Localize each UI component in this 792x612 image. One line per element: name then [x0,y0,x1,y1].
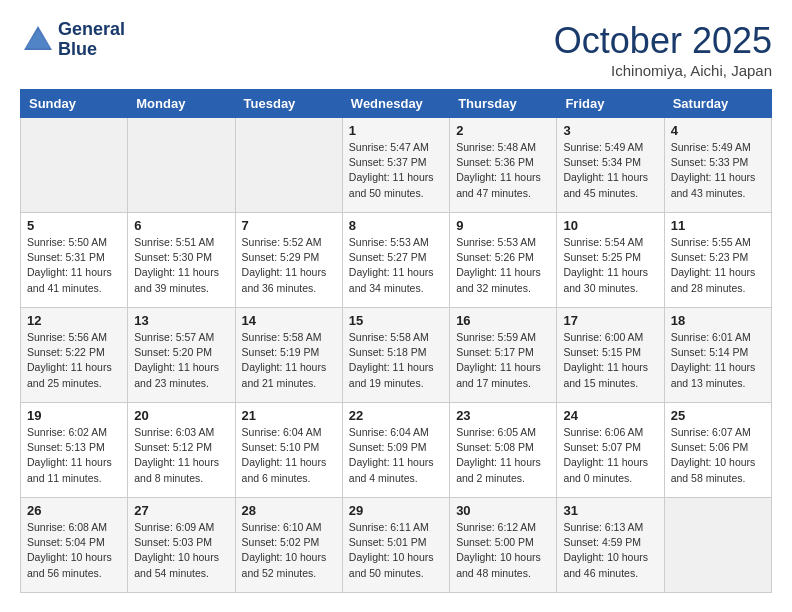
weekday-header: Thursday [450,90,557,118]
calendar-cell: 17Sunrise: 6:00 AM Sunset: 5:15 PM Dayli… [557,308,664,403]
calendar-week-row: 19Sunrise: 6:02 AM Sunset: 5:13 PM Dayli… [21,403,772,498]
calendar-cell: 2Sunrise: 5:48 AM Sunset: 5:36 PM Daylig… [450,118,557,213]
calendar-cell: 7Sunrise: 5:52 AM Sunset: 5:29 PM Daylig… [235,213,342,308]
weekday-header: Sunday [21,90,128,118]
calendar-cell: 14Sunrise: 5:58 AM Sunset: 5:19 PM Dayli… [235,308,342,403]
day-number: 31 [563,503,657,518]
calendar-cell: 10Sunrise: 5:54 AM Sunset: 5:25 PM Dayli… [557,213,664,308]
day-number: 4 [671,123,765,138]
calendar-week-row: 26Sunrise: 6:08 AM Sunset: 5:04 PM Dayli… [21,498,772,593]
day-info: Sunrise: 6:07 AM Sunset: 5:06 PM Dayligh… [671,425,765,486]
calendar-cell: 5Sunrise: 5:50 AM Sunset: 5:31 PM Daylig… [21,213,128,308]
calendar-cell: 22Sunrise: 6:04 AM Sunset: 5:09 PM Dayli… [342,403,449,498]
day-info: Sunrise: 6:12 AM Sunset: 5:00 PM Dayligh… [456,520,550,581]
day-info: Sunrise: 5:54 AM Sunset: 5:25 PM Dayligh… [563,235,657,296]
weekday-header-row: SundayMondayTuesdayWednesdayThursdayFrid… [21,90,772,118]
day-info: Sunrise: 6:13 AM Sunset: 4:59 PM Dayligh… [563,520,657,581]
calendar-cell: 26Sunrise: 6:08 AM Sunset: 5:04 PM Dayli… [21,498,128,593]
day-number: 8 [349,218,443,233]
calendar-cell: 13Sunrise: 5:57 AM Sunset: 5:20 PM Dayli… [128,308,235,403]
logo-icon [20,22,56,58]
day-number: 16 [456,313,550,328]
day-info: Sunrise: 5:47 AM Sunset: 5:37 PM Dayligh… [349,140,443,201]
day-number: 23 [456,408,550,423]
calendar-cell: 25Sunrise: 6:07 AM Sunset: 5:06 PM Dayli… [664,403,771,498]
calendar-cell: 1Sunrise: 5:47 AM Sunset: 5:37 PM Daylig… [342,118,449,213]
day-info: Sunrise: 6:02 AM Sunset: 5:13 PM Dayligh… [27,425,121,486]
calendar-cell [664,498,771,593]
day-number: 14 [242,313,336,328]
day-info: Sunrise: 6:06 AM Sunset: 5:07 PM Dayligh… [563,425,657,486]
day-number: 28 [242,503,336,518]
calendar-cell: 21Sunrise: 6:04 AM Sunset: 5:10 PM Dayli… [235,403,342,498]
calendar-cell: 4Sunrise: 5:49 AM Sunset: 5:33 PM Daylig… [664,118,771,213]
day-info: Sunrise: 5:48 AM Sunset: 5:36 PM Dayligh… [456,140,550,201]
day-info: Sunrise: 5:51 AM Sunset: 5:30 PM Dayligh… [134,235,228,296]
svg-marker-2 [26,30,50,48]
day-number: 24 [563,408,657,423]
day-info: Sunrise: 6:01 AM Sunset: 5:14 PM Dayligh… [671,330,765,391]
calendar-cell [128,118,235,213]
calendar-cell: 24Sunrise: 6:06 AM Sunset: 5:07 PM Dayli… [557,403,664,498]
day-number: 13 [134,313,228,328]
calendar-cell: 31Sunrise: 6:13 AM Sunset: 4:59 PM Dayli… [557,498,664,593]
day-number: 20 [134,408,228,423]
day-info: Sunrise: 5:49 AM Sunset: 5:33 PM Dayligh… [671,140,765,201]
day-number: 1 [349,123,443,138]
day-number: 11 [671,218,765,233]
day-info: Sunrise: 6:09 AM Sunset: 5:03 PM Dayligh… [134,520,228,581]
calendar-week-row: 1Sunrise: 5:47 AM Sunset: 5:37 PM Daylig… [21,118,772,213]
day-number: 22 [349,408,443,423]
calendar-cell: 28Sunrise: 6:10 AM Sunset: 5:02 PM Dayli… [235,498,342,593]
weekday-header: Monday [128,90,235,118]
calendar-cell: 6Sunrise: 5:51 AM Sunset: 5:30 PM Daylig… [128,213,235,308]
day-info: Sunrise: 6:00 AM Sunset: 5:15 PM Dayligh… [563,330,657,391]
calendar-week-row: 5Sunrise: 5:50 AM Sunset: 5:31 PM Daylig… [21,213,772,308]
day-info: Sunrise: 6:05 AM Sunset: 5:08 PM Dayligh… [456,425,550,486]
day-number: 3 [563,123,657,138]
day-number: 7 [242,218,336,233]
day-info: Sunrise: 5:58 AM Sunset: 5:18 PM Dayligh… [349,330,443,391]
logo-text: General Blue [58,20,125,60]
calendar-cell: 15Sunrise: 5:58 AM Sunset: 5:18 PM Dayli… [342,308,449,403]
calendar-cell: 8Sunrise: 5:53 AM Sunset: 5:27 PM Daylig… [342,213,449,308]
weekday-header: Saturday [664,90,771,118]
day-number: 30 [456,503,550,518]
location: Ichinomiya, Aichi, Japan [554,62,772,79]
day-info: Sunrise: 5:53 AM Sunset: 5:27 PM Dayligh… [349,235,443,296]
day-info: Sunrise: 6:08 AM Sunset: 5:04 PM Dayligh… [27,520,121,581]
day-number: 21 [242,408,336,423]
day-number: 26 [27,503,121,518]
calendar-cell: 30Sunrise: 6:12 AM Sunset: 5:00 PM Dayli… [450,498,557,593]
day-number: 25 [671,408,765,423]
day-number: 19 [27,408,121,423]
day-number: 27 [134,503,228,518]
day-info: Sunrise: 5:59 AM Sunset: 5:17 PM Dayligh… [456,330,550,391]
day-info: Sunrise: 6:10 AM Sunset: 5:02 PM Dayligh… [242,520,336,581]
day-number: 29 [349,503,443,518]
day-number: 2 [456,123,550,138]
calendar-cell: 20Sunrise: 6:03 AM Sunset: 5:12 PM Dayli… [128,403,235,498]
calendar-week-row: 12Sunrise: 5:56 AM Sunset: 5:22 PM Dayli… [21,308,772,403]
calendar-cell: 11Sunrise: 5:55 AM Sunset: 5:23 PM Dayli… [664,213,771,308]
weekday-header: Wednesday [342,90,449,118]
day-number: 15 [349,313,443,328]
calendar-cell: 29Sunrise: 6:11 AM Sunset: 5:01 PM Dayli… [342,498,449,593]
title-block: October 2025 Ichinomiya, Aichi, Japan [554,20,772,79]
calendar-cell: 23Sunrise: 6:05 AM Sunset: 5:08 PM Dayli… [450,403,557,498]
day-info: Sunrise: 5:49 AM Sunset: 5:34 PM Dayligh… [563,140,657,201]
day-number: 12 [27,313,121,328]
day-number: 5 [27,218,121,233]
day-number: 10 [563,218,657,233]
day-info: Sunrise: 6:03 AM Sunset: 5:12 PM Dayligh… [134,425,228,486]
day-info: Sunrise: 5:58 AM Sunset: 5:19 PM Dayligh… [242,330,336,391]
day-info: Sunrise: 5:56 AM Sunset: 5:22 PM Dayligh… [27,330,121,391]
logo: General Blue [20,20,125,60]
weekday-header: Tuesday [235,90,342,118]
weekday-header: Friday [557,90,664,118]
page-header: General Blue October 2025 Ichinomiya, Ai… [20,20,772,79]
calendar-cell: 12Sunrise: 5:56 AM Sunset: 5:22 PM Dayli… [21,308,128,403]
day-info: Sunrise: 5:57 AM Sunset: 5:20 PM Dayligh… [134,330,228,391]
day-info: Sunrise: 5:52 AM Sunset: 5:29 PM Dayligh… [242,235,336,296]
calendar-cell: 19Sunrise: 6:02 AM Sunset: 5:13 PM Dayli… [21,403,128,498]
